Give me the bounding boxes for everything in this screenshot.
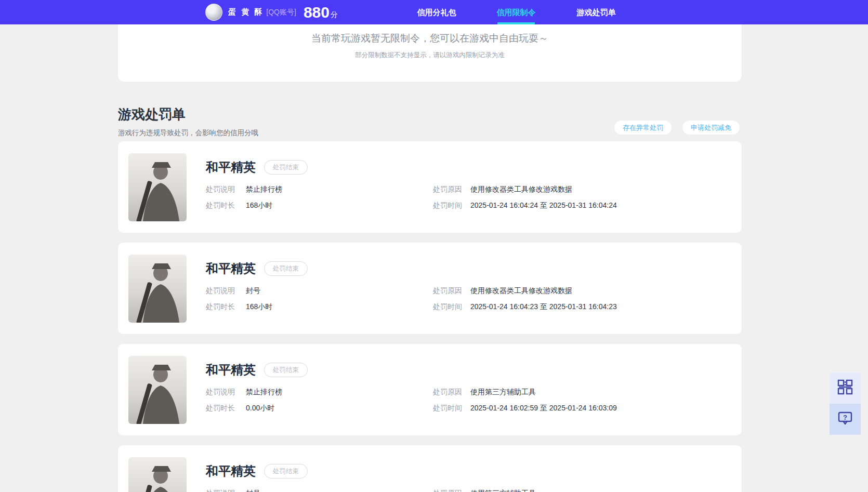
reason-label: 处罚原因 xyxy=(433,388,462,397)
duration-value: 0.00小时 xyxy=(246,404,274,413)
desc-label: 处罚说明 xyxy=(206,185,235,194)
apply-reduction-button[interactable]: 申请处罚减免 xyxy=(682,121,740,135)
section-actions: 存在异常处罚 申请处罚减免 xyxy=(614,121,740,135)
help-icon: ? xyxy=(837,410,853,428)
banner-main-text: 当前常玩游戏暂无限制令，您可以在游戏中自由玩耍～ xyxy=(118,24,742,45)
punishment-card: 和平精英 处罚结束 处罚说明 封号 处罚原因 使用第三方辅助工具 xyxy=(118,445,742,492)
banner-sub-text: 部分限制数据不支持显示，请以游戏内限制记录为准 xyxy=(118,51,742,60)
duration-value: 168小时 xyxy=(246,201,272,210)
duration-value: 168小时 xyxy=(246,302,272,312)
tab-credit-restriction[interactable]: 信用限制令 xyxy=(487,0,545,24)
reason-value: 使用第三方辅助工具 xyxy=(470,388,536,397)
punishment-card: 和平精英 处罚结束 处罚说明 禁止排行榜 处罚时长 168小时 处罚原因 使用修… xyxy=(118,141,742,233)
reason-value: 使用修改器类工具修改游戏数据 xyxy=(470,286,572,296)
account-type-label: [QQ账号] xyxy=(266,8,296,17)
restriction-banner-card: 当前常玩游戏暂无限制令，您可以在游戏中自由玩耍～ 部分限制数据不支持显示，请以游… xyxy=(118,24,742,82)
time-value: 2025-01-24 16:02:59 至 2025-01-24 16:03:0… xyxy=(470,404,617,413)
desc-label: 处罚说明 xyxy=(206,489,235,492)
game-title: 和平精英 xyxy=(206,260,256,277)
game-cover-image xyxy=(128,153,187,221)
tab-credit-gift[interactable]: 信用分礼包 xyxy=(407,0,466,24)
desc-value: 禁止排行榜 xyxy=(246,388,282,397)
game-cover-image xyxy=(128,255,187,323)
punishment-card: 和平精英 处罚结束 处罚说明 封号 处罚时长 168小时 处罚原因 使用修改器类… xyxy=(118,243,742,334)
duration-label: 处罚时长 xyxy=(206,404,235,413)
avatar xyxy=(205,4,222,21)
status-badge: 处罚结束 xyxy=(264,261,308,276)
help-button[interactable]: ? xyxy=(830,404,861,435)
user-summary: 蛋 黄 酥 [QQ账号] 880 分 xyxy=(205,0,338,24)
abnormal-punishment-button[interactable]: 存在异常处罚 xyxy=(614,121,672,135)
reason-value: 使用修改器类工具修改游戏数据 xyxy=(470,185,572,194)
time-label: 处罚时间 xyxy=(433,404,462,413)
credit-score: 880 xyxy=(304,0,330,24)
reason-value: 使用第三方辅助工具 xyxy=(470,489,536,492)
game-title: 和平精英 xyxy=(206,159,256,176)
qr-code-icon xyxy=(837,379,853,397)
game-cover-image xyxy=(128,356,187,424)
reason-label: 处罚原因 xyxy=(433,489,462,492)
desc-label: 处罚说明 xyxy=(206,388,235,397)
punishment-card-list: 和平精英 处罚结束 处罚说明 禁止排行榜 处罚时长 168小时 处罚原因 使用修… xyxy=(118,141,742,492)
game-cover-image xyxy=(128,457,187,492)
punishment-section-header: 游戏处罚单 游戏行为违规导致处罚，会影响您的信用分哦 存在异常处罚 申请处罚减免 xyxy=(118,105,742,137)
time-label: 处罚时间 xyxy=(433,302,462,312)
desc-value: 封号 xyxy=(246,489,260,492)
time-value: 2025-01-24 16:04:23 至 2025-01-31 16:04:2… xyxy=(470,302,617,312)
top-nav-bar: 蛋 黄 酥 [QQ账号] 880 分 信用分礼包 信用限制令 游戏处罚单 xyxy=(0,0,868,24)
user-name: 蛋 黄 酥 xyxy=(228,7,264,17)
game-title: 和平精英 xyxy=(206,463,256,480)
desc-value: 禁止排行榜 xyxy=(246,185,282,194)
svg-text:?: ? xyxy=(843,414,847,421)
time-value: 2025-01-24 16:04:24 至 2025-01-31 16:04:2… xyxy=(470,201,617,210)
reason-label: 处罚原因 xyxy=(433,185,462,194)
game-title: 和平精英 xyxy=(206,362,256,378)
status-badge: 处罚结束 xyxy=(264,160,308,175)
reason-label: 处罚原因 xyxy=(433,286,462,296)
desc-label: 处罚说明 xyxy=(206,286,235,296)
duration-label: 处罚时长 xyxy=(206,201,235,210)
tab-game-punishment[interactable]: 游戏处罚单 xyxy=(567,0,625,24)
desc-value: 封号 xyxy=(246,286,260,296)
qr-code-button[interactable] xyxy=(830,373,861,404)
punishment-card: 和平精英 处罚结束 处罚说明 禁止排行榜 处罚时长 0.00小时 处罚原因 使用… xyxy=(118,344,742,435)
time-label: 处罚时间 xyxy=(433,201,462,210)
status-badge: 处罚结束 xyxy=(264,464,308,478)
credit-score-unit: 分 xyxy=(331,10,338,20)
duration-label: 处罚时长 xyxy=(206,302,235,312)
status-badge: 处罚结束 xyxy=(264,363,308,377)
